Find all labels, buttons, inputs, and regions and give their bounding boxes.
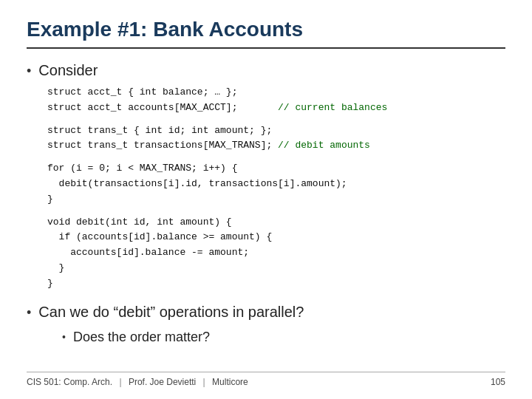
code-block-3: for (i = 0; i < MAX_TRANS; i++) { debit(… [47, 161, 505, 207]
title-section: Example #1: Bank Accounts [27, 18, 505, 49]
consider-bullet: • Consider [27, 62, 505, 79]
code-line-4-3: accounts[id].balance -= amount; [47, 245, 505, 261]
consider-label: Consider [38, 62, 98, 79]
question-bullet: • Can we do “debit” operations in parall… [27, 304, 505, 321]
code-block-2: struct trans_t { int id; int amount; }; … [47, 123, 505, 154]
comment-2: // debit amounts [278, 140, 370, 151]
slide-title: Example #1: Bank Accounts [27, 18, 505, 41]
code-line-3-2: debit(transactions[i].id, transactions[i… [47, 177, 505, 192]
code-line-2-2: struct trans_t transactions[MAX_TRANS]; … [47, 138, 505, 154]
footer-professor: Prof. Joe Devietti [129, 377, 196, 387]
footer-topic: Multicore [212, 377, 248, 387]
bullet-dot-question: • [27, 305, 31, 321]
code-line-4-2: if (accounts[id].balance >= amount) { [47, 230, 505, 245]
footer-sep-1: | [119, 377, 121, 387]
footer-course: CIS 501: Comp. Arch. [27, 377, 112, 387]
footer-sep-2: | [203, 377, 205, 387]
footer-left: CIS 501: Comp. Arch. | Prof. Joe Deviett… [27, 377, 248, 387]
sub-question-label: Does the order matter? [73, 330, 210, 345]
code-line-3-3: } [47, 192, 505, 208]
content-area: • Consider struct acct_t { int balance; … [27, 62, 505, 372]
sub-bullet-order: • Does the order matter? [62, 330, 505, 345]
code-line-3-1: for (i = 0; i < MAX_TRANS; i++) { [47, 161, 505, 177]
slide: Example #1: Bank Accounts • Consider str… [0, 0, 532, 399]
code-block-1: struct acct_t { int balance; … }; struct… [47, 85, 505, 116]
code-line-4-4: } [47, 261, 505, 276]
code-line-4-1: void debit(int id, int amount) { [47, 215, 505, 231]
code-line-4-5: } [47, 276, 505, 292]
footer-page-number: 105 [491, 377, 505, 387]
question-label: Can we do “debit” operations in parallel… [38, 304, 304, 321]
code-line-2-1: struct trans_t { int id; int amount; }; [47, 123, 505, 139]
bullet-dot-consider: • [27, 64, 31, 79]
comment-1: // current balances [278, 102, 387, 113]
code-line-1-1: struct acct_t { int balance; … }; [47, 85, 505, 100]
sub-bullet-dot: • [62, 331, 66, 343]
code-block-4: void debit(int id, int amount) { if (acc… [47, 215, 505, 292]
code-line-1-2: struct acct_t accounts[MAX_ACCT]; // cur… [47, 100, 505, 116]
footer: CIS 501: Comp. Arch. | Prof. Joe Deviett… [27, 372, 505, 387]
